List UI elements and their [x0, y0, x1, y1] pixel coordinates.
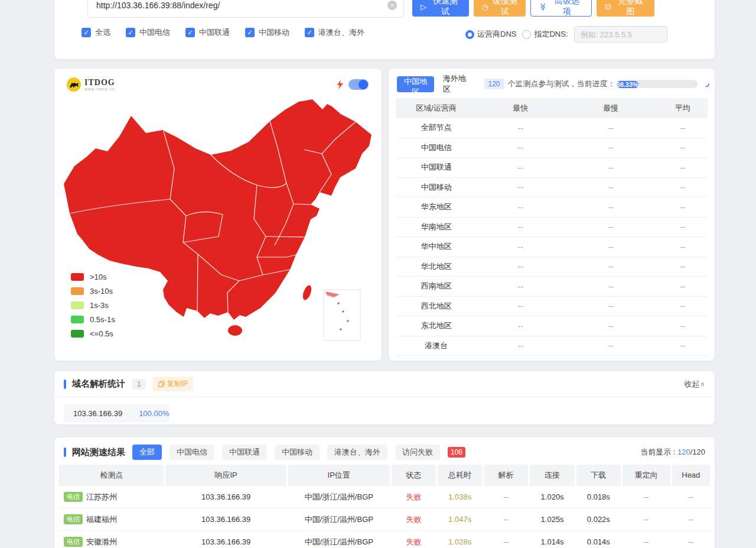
region-table: 区域/运营商 最快 最慢 平均 全部节点------中国电信------中国联通… — [396, 98, 708, 356]
checkbox-checked-icon: ✓ — [126, 28, 135, 37]
region-slow: -- — [564, 282, 657, 291]
region-avg: -- — [657, 222, 707, 231]
full-screenshot-button[interactable]: ⊡ 完整截图 — [597, 0, 654, 17]
region-fast: -- — [477, 282, 564, 291]
total-time: 1.038s — [438, 492, 482, 501]
collapse-link[interactable]: 收起 « — [684, 379, 705, 390]
radio-carrier-dns[interactable]: 运营商DNS — [465, 29, 516, 40]
region-table-row[interactable]: 华南地区------ — [396, 218, 708, 238]
speed-tab[interactable]: 港澳台、海外 — [327, 445, 387, 460]
quick-test-button[interactable]: ▷ 快速测试 — [412, 0, 469, 17]
region-avg: -- — [657, 124, 707, 132]
speed-table-row[interactable]: 电信安徽滁州103.36.166.39中国/浙江/温州/BGP失败1.028s-… — [59, 531, 710, 548]
checkbox-label: 中国移动 — [259, 27, 289, 38]
progress-fill: 88.33% — [617, 81, 638, 88]
region-table-row[interactable]: 东北地区------ — [396, 316, 708, 336]
display-count-current: 120 — [677, 448, 690, 456]
speed-tab[interactable]: 全部 — [132, 445, 162, 460]
resolve-time: -- — [484, 515, 528, 524]
region-table-row[interactable]: 中国联通------ — [396, 158, 708, 178]
region-name: 华中地区 — [396, 241, 477, 252]
custom-dns-label: 指定DNS: — [534, 29, 568, 40]
south-china-sea-inset — [324, 290, 360, 341]
speed-filter-tabs: 全部中国电信中国联通中国移动港澳台、海外访问失败106 — [132, 445, 465, 460]
region-table-header: 区域/运营商 最快 最慢 平均 — [396, 98, 708, 118]
region-table-body: 全部节点------中国电信------中国联通------中国移动------… — [396, 118, 708, 356]
region-slow: -- — [564, 301, 657, 310]
speed-results-title: 网站测速结果 — [72, 447, 125, 458]
checkbox-item[interactable]: ✓中国电信 — [126, 27, 170, 38]
ip-location: 中国/浙江/温州/BGP — [288, 514, 390, 525]
speed-results-panel: 网站测速结果 全部中国电信中国联通中国移动港澳台、海外访问失败106 当前显示 … — [54, 437, 715, 548]
response-ip: 103.36.166.39 — [166, 492, 286, 501]
speed-col-header: 检测点 — [59, 465, 164, 486]
custom-dns-input[interactable] — [574, 26, 667, 43]
legend-item: <=0.5s — [71, 329, 115, 338]
speed-col-header: Head — [672, 465, 711, 486]
region-table-row[interactable]: 华中地区------ — [396, 237, 708, 257]
copy-ip-label: 复制IP — [167, 379, 188, 389]
slow-test-label: 缓慢测试 — [492, 0, 517, 17]
fail-count-badge: 106 — [448, 447, 465, 458]
region-slow: -- — [564, 242, 657, 251]
carrier-badge: 电信 — [64, 514, 83, 524]
region-table-row[interactable]: 西北地区------ — [396, 297, 708, 317]
region-fast: -- — [477, 124, 564, 132]
region-table-row[interactable]: 全部节点------ — [396, 118, 708, 138]
copy-ip-button[interactable]: 复制IP — [153, 377, 193, 391]
checkbox-checked-icon: ✓ — [82, 28, 91, 37]
region-table-row[interactable]: 西南地区------ — [396, 277, 708, 297]
speed-tab[interactable]: 访问失败 — [395, 445, 440, 460]
region-table-row[interactable]: 华北地区------ — [396, 257, 708, 277]
region-slow: -- — [564, 262, 657, 271]
speed-tab[interactable]: 中国电信 — [170, 445, 214, 460]
connect-time: 1.025s — [530, 515, 574, 524]
tab-china-region[interactable]: 中国地区 — [397, 76, 434, 92]
speed-table-row[interactable]: 电信江苏苏州103.36.166.39中国/浙江/温州/BGP失败1.038s-… — [59, 486, 710, 508]
slow-test-button[interactable]: ◷ 缓慢测试 — [474, 0, 526, 17]
probe-location: 福建福州 — [86, 514, 117, 525]
region-table-row[interactable]: 华东地区------ — [396, 197, 708, 218]
probe-location: 江苏苏州 — [86, 492, 117, 502]
head-time: -- — [672, 492, 710, 501]
region-table-row[interactable]: 中国移动------ — [396, 178, 708, 198]
map-animation-toggle[interactable] — [348, 79, 369, 90]
region-table-row[interactable]: 港澳台------ — [396, 336, 708, 356]
speed-table-header: 检测点响应IPIP位置状态总耗时解析连接下载重定向Head — [59, 465, 710, 486]
title-accent-bar — [64, 380, 66, 389]
status: 失败 — [392, 537, 436, 547]
hainan-island — [228, 325, 242, 336]
radio-custom-dns[interactable]: 指定DNS: — [522, 29, 568, 40]
resolved-ip-row[interactable]: 103.36.166.39 100.00% — [64, 404, 169, 422]
clear-icon[interactable]: × — [387, 1, 397, 10]
region-slow: -- — [564, 203, 657, 212]
checkbox-checked-icon: ✓ — [305, 28, 314, 37]
url-input[interactable] — [87, 0, 404, 18]
checkbox-item[interactable]: ✓全选 — [82, 27, 110, 38]
region-table-row[interactable]: 中国电信------ — [396, 138, 708, 158]
advanced-options-button[interactable]: ≫ 高级选项 — [530, 0, 592, 17]
speed-tab[interactable]: 中国联通 — [222, 445, 267, 460]
region-fast: -- — [477, 301, 564, 310]
region-slow: -- — [564, 322, 657, 330]
speed-col-header: 下载 — [576, 465, 621, 486]
checkbox-item[interactable]: ✓中国移动 — [245, 27, 289, 38]
screenshot-icon: ⊡ — [605, 2, 611, 11]
display-count-total: /120 — [690, 448, 705, 456]
chevrons-down-icon: ≫ — [539, 2, 548, 11]
redirect-time: -- — [623, 515, 670, 524]
redirect-time: -- — [623, 492, 670, 501]
carrier-badge: 电信 — [64, 492, 83, 502]
checkbox-item[interactable]: ✓中国联通 — [185, 27, 230, 38]
tab-overseas-region[interactable]: 海外地区 — [443, 73, 468, 95]
legend-swatch — [71, 316, 84, 323]
region-name: 华北地区 — [396, 261, 477, 272]
progress-label: 个监测点参与测试，当前进度： — [508, 79, 615, 89]
probe-location-cell: 电信福建福州 — [59, 514, 164, 525]
legend-label: <=0.5s — [90, 329, 113, 338]
checkbox-item[interactable]: ✓港澳台、海外 — [305, 27, 364, 38]
speed-table-row[interactable]: 电信福建福州103.36.166.39中国/浙江/温州/BGP失败1.047s-… — [59, 508, 710, 531]
response-ip: 103.36.166.39 — [166, 537, 286, 546]
region-slow: -- — [564, 183, 657, 192]
speed-tab[interactable]: 中国移动 — [275, 445, 320, 460]
